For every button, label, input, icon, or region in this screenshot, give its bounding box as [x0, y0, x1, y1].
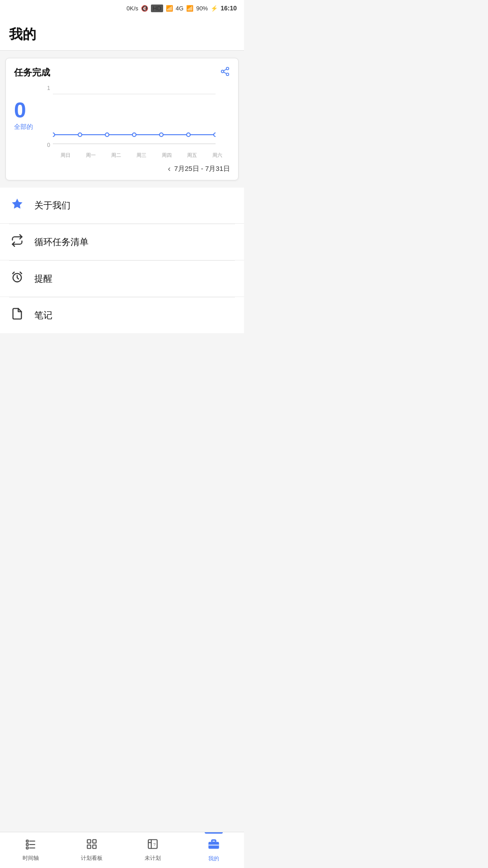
svg-point-9	[78, 133, 82, 137]
star-svg	[11, 198, 23, 210]
mute-icon: 🔇	[141, 5, 148, 12]
svg-point-13	[187, 133, 190, 137]
line-chart	[53, 85, 216, 148]
x-axis-labels: 周日 周一 周二 周三 周四 周五 周六	[53, 152, 230, 159]
card-header: 任务完成	[14, 66, 230, 79]
y-label-0: 0	[47, 142, 50, 148]
date-range: 7月25日 - 7月31日	[174, 165, 230, 173]
battery-icon: ⚡	[211, 5, 218, 12]
note-svg	[11, 307, 23, 320]
star-icon	[9, 198, 25, 213]
alarm-icon	[9, 271, 25, 287]
date-nav: ‹ 7月25日 - 7月31日	[43, 164, 230, 174]
menu-text-notes: 笔记	[34, 309, 52, 321]
menu-text-recurring: 循环任务清单	[34, 236, 89, 248]
x-label-mon: 周一	[78, 152, 103, 159]
y-axis: 1 0	[43, 85, 53, 148]
x-label-fri: 周五	[179, 152, 205, 159]
network-speed: 0K/s	[127, 5, 138, 12]
menu-item-recurring[interactable]: 循环任务清单	[0, 224, 244, 260]
svg-point-10	[105, 133, 109, 137]
share-icon[interactable]	[220, 66, 230, 79]
menu-section: 关于我们 循环任务清单	[0, 188, 244, 333]
x-label-thu: 周四	[154, 152, 179, 159]
hd-badge: HD	[151, 5, 163, 12]
page-title: 我的	[9, 25, 235, 44]
signal-icon: 📶	[186, 5, 193, 12]
svg-line-4	[224, 69, 226, 71]
chart-left: 0 全部的	[14, 85, 39, 131]
status-bar: 0K/s 🔇 HD 📶 4G 📶 90% ⚡ 16:10	[0, 0, 244, 16]
svg-point-8	[53, 133, 55, 137]
network-type: 4G	[176, 5, 183, 12]
page-header: 我的	[0, 16, 244, 51]
repeat-svg	[11, 234, 23, 247]
wifi-icon: 📶	[166, 5, 173, 12]
svg-line-18	[20, 272, 22, 274]
svg-point-12	[160, 133, 163, 137]
chart-area: 1 0	[43, 85, 230, 174]
card-title: 任务完成	[14, 66, 50, 79]
menu-text-about: 关于我们	[34, 199, 70, 212]
clock: 16:10	[221, 5, 237, 12]
y-label-1: 1	[47, 85, 50, 91]
x-label-sun: 周日	[53, 152, 78, 159]
svg-line-17	[13, 272, 14, 274]
alarm-svg	[11, 271, 23, 283]
task-count-label: 全部的	[14, 123, 33, 131]
chart-svg-wrapper	[53, 85, 230, 150]
x-label-wed: 周三	[129, 152, 154, 159]
menu-item-reminder[interactable]: 提醒	[0, 261, 244, 297]
x-label-tue: 周二	[103, 152, 129, 159]
menu-item-notes[interactable]: 笔记	[0, 297, 244, 333]
menu-item-about[interactable]: 关于我们	[0, 188, 244, 224]
svg-line-3	[224, 72, 226, 74]
task-count: 0	[14, 99, 26, 121]
svg-marker-15	[12, 198, 22, 208]
battery-level: 90%	[196, 5, 208, 12]
svg-point-14	[214, 133, 216, 137]
svg-point-11	[132, 133, 136, 137]
prev-week-button[interactable]: ‹	[168, 164, 171, 174]
repeat-icon	[9, 234, 25, 250]
chart-container: 0 全部的 1 0	[14, 85, 230, 174]
task-card: 任务完成 0 全部的 1 0	[5, 58, 239, 180]
menu-text-reminder: 提醒	[34, 273, 52, 285]
note-icon	[9, 307, 25, 323]
x-label-sat: 周六	[205, 152, 230, 159]
